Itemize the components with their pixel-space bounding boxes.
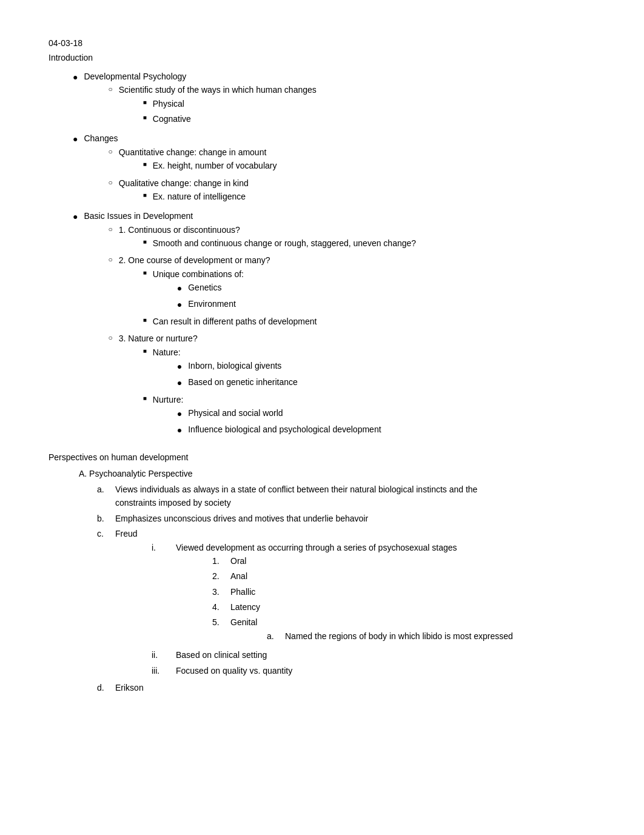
square-icon: ■	[143, 268, 147, 278]
item-text: Nature:	[153, 347, 181, 357]
list-item: 5. Genital a. Named	[212, 615, 595, 645]
item-text: Phallic	[230, 585, 255, 599]
list-item: ● Basic Issues in Development ○ 1. Conti…	[49, 209, 595, 442]
item-text: Unique combinations of:	[153, 269, 244, 279]
list-item: ○ 1. Continuous or discontinuous? ■ Smoo…	[84, 223, 595, 252]
item-text: Basic Issues in Development	[84, 211, 193, 221]
square-icon: ■	[143, 315, 147, 325]
item-text: Inborn, biological givents	[188, 359, 281, 372]
sub-lettered-list: a. Views individuals as always in a stat…	[61, 483, 595, 694]
sub-letter-a: a.	[97, 483, 115, 496]
bullet-icon: ●	[73, 70, 78, 84]
list-item: ■ Can result in different paths of devel…	[119, 315, 595, 328]
list-item: i. Viewed development as occurring throu…	[152, 541, 595, 647]
list-item: ● Developmental Psychology ○ Scientific …	[49, 70, 595, 130]
list-item: ■ Smooth and continuous change or rough,…	[119, 236, 595, 250]
square-icon: ■	[143, 394, 147, 403]
list-item: ■ Ex. height, number of vocabulary	[119, 159, 595, 172]
item-text: Genital	[230, 617, 257, 627]
bullet-icon: ●	[177, 360, 182, 373]
item-text: Erikson	[115, 681, 144, 694]
item-text: Cognative	[153, 112, 191, 126]
item-text: Environment	[188, 297, 236, 310]
item-text: Developmental Psychology	[84, 72, 186, 81]
bullet-icon: ●	[177, 423, 182, 437]
roman-list: i. Viewed development as occurring throu…	[115, 541, 595, 678]
document-container: 04-03-18 Introduction ● Developmental Ps…	[49, 36, 595, 694]
item-text: Based on genetic inheritance	[188, 375, 298, 389]
list-item: A. Psychoanalytic Perspective	[61, 467, 595, 480]
item-text: Physical and social world	[188, 406, 283, 420]
list-item: ○ Qualitative change: change in kind ■ E…	[84, 176, 595, 206]
item-text: Ex. height, number of vocabulary	[153, 159, 277, 172]
list-item: ● Influence biological and psychological…	[153, 423, 595, 437]
circle-icon: ○	[108, 332, 112, 344]
roman-i: i.	[152, 541, 176, 554]
circle-icon: ○	[108, 254, 112, 266]
item-text: Oral	[230, 554, 246, 568]
list-item: 4. Latency	[212, 600, 595, 614]
num-5: 5.	[212, 615, 230, 629]
square-icon: ■	[143, 113, 147, 122]
sub-a-list: a. Named the regions of body in which li…	[230, 629, 595, 643]
list-item: ○ Quantitative change: change in amount …	[84, 146, 595, 175]
list-item: ● Based on genetic inheritance	[153, 375, 595, 389]
sub-letter-c: c.	[97, 527, 115, 540]
square-icon: ■	[143, 237, 147, 247]
date: 04-03-18	[49, 36, 595, 50]
list-item: 2. Anal	[212, 569, 595, 583]
roman-iii: iii.	[152, 664, 176, 677]
list-item: ■ Ex. nature of intelligence	[119, 190, 595, 203]
list-item: ● Environment	[153, 297, 595, 311]
list-item: ■ Physical	[119, 97, 595, 110]
square-icon: ■	[143, 159, 147, 169]
item-text: Viewed development as occurring through …	[176, 543, 457, 552]
item-text: 1. Continuous or discontinuous?	[119, 225, 240, 235]
list-item: ● Genetics	[153, 281, 595, 295]
list-item: ■ Unique combinations of: ● Genetics ● E…	[119, 267, 595, 313]
list-item: ● Inborn, biological givents	[153, 359, 595, 373]
circle-icon: ○	[108, 224, 112, 235]
section-a-label: A. Psychoanalytic Perspective	[79, 467, 193, 480]
list-item: iii. Focused on quality vs. quantity	[152, 664, 595, 677]
circle-icon: ○	[108, 146, 112, 158]
list-item: a. Named the regions of body in which li…	[267, 629, 595, 643]
item-text: Qualitative change: change in kind	[119, 178, 249, 188]
circle-icon: ○	[108, 177, 112, 189]
square-icon: ■	[143, 190, 147, 200]
item-text: 3. Nature or nurture?	[119, 334, 198, 343]
intro-heading: Introduction	[49, 51, 595, 64]
square-icon: ■	[143, 98, 147, 107]
bullet-icon: ●	[177, 407, 182, 420]
item-text: Based on clinical setting	[176, 648, 267, 662]
list-item: ■ Nurture: ● Physical and social world ●…	[119, 393, 595, 438]
sub-letter-d: d.	[97, 681, 115, 694]
list-item: 1. Oral	[212, 554, 595, 568]
list-item: ○ 2. One course of development or many? …	[84, 253, 595, 330]
num-3: 3.	[212, 585, 230, 599]
bullet-icon: ●	[177, 298, 182, 311]
item-text: Scientific study of the ways in which hu…	[119, 85, 317, 95]
list-item: ○ 3. Nature or nurture? ■ Nature: ● Inbo…	[84, 332, 595, 440]
sub-letter-b: b.	[97, 512, 115, 525]
sub-a-label: a.	[267, 629, 285, 643]
list-item: 3. Phallic	[212, 585, 595, 599]
list-item: b. Emphasizes unconscious drives and mot…	[97, 512, 595, 525]
item-text: Quantitative change: change in amount	[119, 147, 267, 157]
list-item: c. Freud i. Viewed development as occurr…	[97, 527, 595, 679]
item-text: Influence biological and psychological d…	[188, 423, 381, 436]
list-item: a. Views individuals as always in a stat…	[97, 483, 595, 510]
item-text: Smooth and continuous change or rough, s…	[153, 236, 416, 250]
item-text: Named the regions of body in which libid…	[285, 629, 513, 643]
item-text: Genetics	[188, 281, 221, 294]
item-text: Can result in different paths of develop…	[153, 315, 317, 328]
list-item: ● Physical and social world	[153, 406, 595, 420]
list-item: ○ Scientific study of the ways in which …	[84, 83, 595, 127]
num-1: 1.	[212, 554, 230, 568]
item-text: Ex. nature of intelligence	[153, 190, 246, 203]
roman-ii: ii.	[152, 648, 176, 662]
item-text: Changes	[84, 133, 118, 143]
section-a: A. Psychoanalytic Perspective a. Views i…	[49, 467, 595, 695]
numbered-list: 1. Oral 2. Anal 3.	[176, 554, 595, 645]
perspectives-header: Perspectives on human development	[49, 451, 595, 464]
